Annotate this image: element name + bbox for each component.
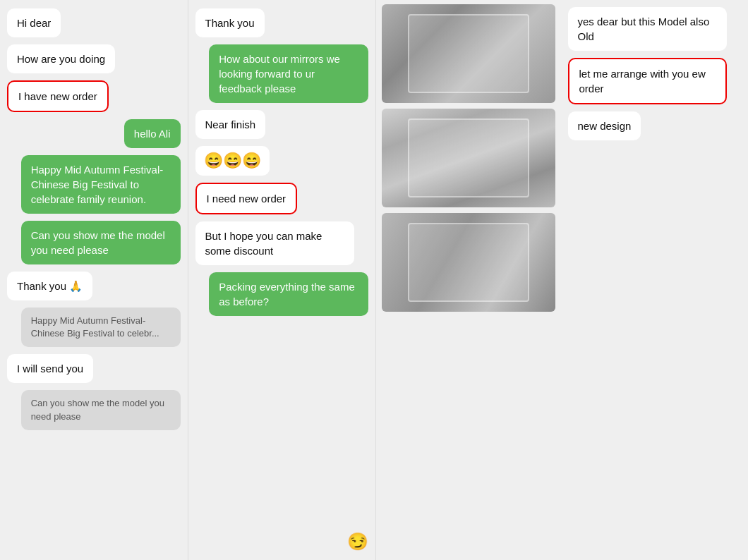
chat-column-2: Thank you How about our mirrors we looki… (188, 0, 377, 560)
image-column (376, 0, 561, 560)
chat-column-1: Hi dear How are you doing I have new ord… (0, 0, 188, 560)
chat-column-4: yes dear but this Model also Old let me … (561, 0, 749, 560)
bubble-happy-festival: Happy Mid Autumn Festival- Chinese Big F… (21, 155, 181, 214)
bubble-near-finish: Near finish (195, 110, 266, 139)
bubble-new-design: new design (568, 111, 641, 140)
bubble-arrange-new-order: let me arrange with you ew order (568, 58, 728, 104)
bubble-need-new-order: I need new order (195, 183, 298, 214)
bubble-mirrors-feedback: How about our mirrors we looking forward… (209, 44, 368, 103)
reaction-emoji: 😏 (347, 532, 368, 552)
bubble-thank-you: Thank you (195, 8, 265, 37)
bubble-show-model: Can you show me the model you need pleas… (21, 221, 181, 264)
mirror-image-1 (382, 4, 555, 103)
bubble-packing-same: Packing everything the same as before? (209, 272, 368, 316)
mirror-image-3 (382, 213, 555, 312)
bubble-yes-dear-old: yes dear but this Model also Old (568, 7, 728, 51)
bubble-hi-dear: Hi dear (7, 8, 61, 37)
mirror-frame-3 (408, 223, 529, 302)
mirror-image-2 (382, 109, 555, 207)
mirror-frame-1 (408, 14, 529, 93)
bubble-hello-ali: hello Ali (124, 119, 181, 148)
bubble-happy-festival-gray: Happy Mid Autumn Festival- Chinese Big F… (21, 308, 181, 347)
bubble-how-are-you: How are you doing (7, 44, 115, 73)
mirror-frame-2 (408, 118, 529, 197)
bubble-have-new-order: I have new order (7, 80, 109, 112)
bubble-will-send-you: I will send you (7, 354, 93, 383)
bubble-emoji-laughing: 😄😄😄 (195, 146, 270, 176)
bubble-show-model-gray: Can you show me the model you need pleas… (21, 390, 181, 430)
bubble-hope-discount: But I hope you can make some discount (195, 221, 355, 265)
bubble-thank-you-pray: Thank you 🙏 (7, 272, 92, 300)
